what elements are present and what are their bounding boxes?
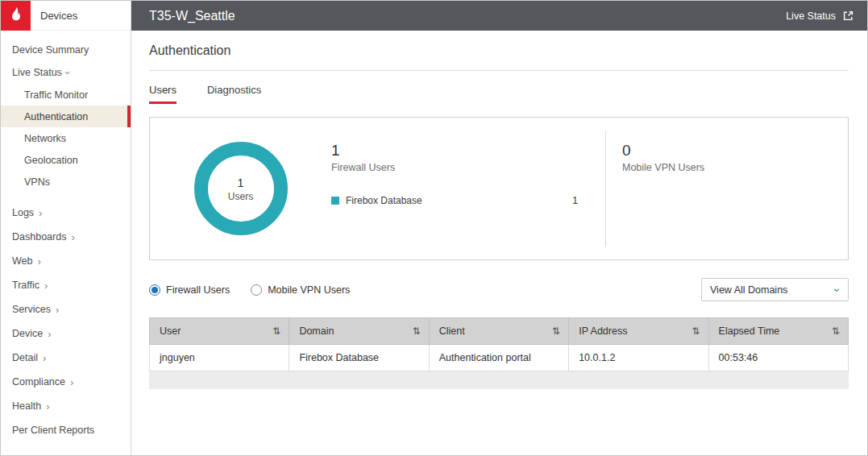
sidebar-item-label: Authentication [24,111,88,122]
sidebar-item-label: Web [12,255,32,267]
sidebar-item-label: Networks [24,133,66,144]
legend-label: Firebox Database [346,195,422,206]
tab-users[interactable]: Users [149,84,177,104]
live-status-label: Live Status [786,10,836,22]
sidebar-item-label: Traffic Monitor [24,89,88,101]
sidebar-item-dashboards[interactable]: Dashboards › [1,225,131,249]
sidebar-item-label: Device [12,328,43,339]
cell-user: jnguyen [150,345,289,371]
cell-domain: Firebox Database [289,345,429,371]
radio-label: Firewall Users [166,284,230,296]
top-header-bar: T35-W_Seattle Live Status [131,1,867,31]
main-area: T35-W_Seattle Live Status Authentication… [131,1,867,455]
radio-circle-icon [251,284,262,296]
sidebar-item-traffic-monitor[interactable]: Traffic Monitor [1,84,131,106]
firewall-users-label: Firewall Users [331,162,578,173]
device-title: T35-W_Seattle [149,9,235,23]
live-status-link[interactable]: Live Status [786,10,854,22]
brand-label: Devices [40,10,77,22]
chevron-down-icon: › [63,71,73,74]
sidebar-item-per-client-reports[interactable]: Per Client Reports [1,418,131,442]
sidebar-item-label: Services [12,304,51,315]
sidebar-item-health[interactable]: Health › [1,394,131,418]
column-header-domain[interactable]: Domain ⇅ [289,318,429,345]
users-donut-chart: 1 Users [194,142,288,235]
sidebar-item-device-summary[interactable]: Device Summary [1,39,131,61]
column-label: User [160,325,181,337]
user-type-radio-group: Firewall Users Mobile VPN Users [149,284,350,296]
sidebar-item-traffic[interactable]: Traffic › [1,273,131,297]
sidebar-item-label: Device Summary [12,44,89,56]
sidebar-item-label: Detail [12,352,38,363]
sidebar-item-label: VPNs [24,176,50,188]
sidebar-item-web[interactable]: Web › [1,249,131,273]
cell-client: Authentication portal [429,345,568,371]
sort-icon: ⇅ [692,325,700,337]
chevron-right-icon: › [48,329,51,339]
sidebar-item-label: Health [12,400,41,412]
content-area: Authentication Users Diagnostics 1 Users [131,31,867,455]
dropdown-value: View All Domains [710,284,787,296]
sidebar-item-label: Logs [12,207,34,218]
sort-icon: ⇅ [832,325,840,337]
column-header-elapsed-time[interactable]: Elapsed Time ⇅ [708,318,848,345]
table-row: jnguyen Firebox Database Authentication … [150,345,849,371]
column-header-ip-address[interactable]: IP Address ⇅ [569,318,708,345]
column-header-user[interactable]: User ⇅ [150,318,289,345]
donut-value: 1 [237,176,243,189]
sidebar-item-detail[interactable]: Detail › [1,346,131,370]
sort-icon: ⇅ [272,325,280,337]
sidebar-item-compliance[interactable]: Compliance › [1,370,131,394]
column-header-client[interactable]: Client ⇅ [429,318,568,345]
mobile-vpn-users-count: 0 [622,142,848,160]
table-header-row: User ⇅ Domain ⇅ [150,318,849,345]
mobile-vpn-users-label: Mobile VPN Users [622,162,848,173]
sidebar-nav: Device Summary Live Status › Traffic Mon… [1,31,131,455]
mobile-vpn-users-stat: 0 Mobile VPN Users [606,142,848,173]
chevron-right-icon: › [71,232,74,243]
column-label: Domain [299,325,334,337]
sidebar-item-vpns[interactable]: VPNs [1,171,131,193]
page-title: Authentication [149,44,849,71]
sort-icon: ⇅ [552,325,560,337]
column-label: IP Address [579,325,627,337]
users-table: User ⇅ Domain ⇅ [149,317,849,389]
radio-circle-icon [149,284,160,296]
external-link-icon [842,10,854,22]
sidebar-item-label: Compliance [12,376,65,388]
chevron-right-icon: › [70,377,73,388]
sidebar: Devices Device Summary Live Status › Tra… [1,1,131,455]
chevron-right-icon: › [43,353,46,363]
sidebar-item-geolocation[interactable]: Geolocation [1,149,131,171]
cell-elapsed-time: 00:53:46 [708,345,848,371]
chevron-right-icon: › [56,305,59,315]
sidebar-item-services[interactable]: Services › [1,297,131,321]
sidebar-item-device[interactable]: Device › [1,321,131,346]
chevron-right-icon: › [44,280,48,291]
sidebar-item-label: Traffic [12,280,39,291]
sidebar-brand: Devices [1,1,131,31]
sidebar-item-live-status[interactable]: Live Status › [1,61,131,84]
watchguard-logo[interactable] [1,1,31,31]
sidebar-item-label: Per Client Reports [12,425,94,436]
cell-ip-address: 10.0.1.2 [569,345,708,371]
radio-label: Mobile VPN Users [268,284,350,296]
tab-diagnostics[interactable]: Diagnostics [207,84,261,104]
sidebar-item-networks[interactable]: Networks [1,127,131,149]
sidebar-item-logs[interactable]: Logs › [1,201,131,225]
domains-dropdown[interactable]: View All Domains › [701,278,849,301]
donut-label: Users [228,191,253,202]
radio-firewall-users[interactable]: Firewall Users [149,284,230,296]
radio-mobile-vpn-users[interactable]: Mobile VPN Users [251,284,350,296]
firewall-users-count: 1 [331,142,578,160]
sidebar-item-label: Geolocation [24,155,78,166]
filter-controls: Firewall Users Mobile VPN Users View All… [149,278,849,301]
firewall-users-stat: 1 Firewall Users Firebox Database 1 [331,142,605,206]
tab-label: Diagnostics [207,84,261,96]
tab-bar: Users Diagnostics [149,84,849,104]
app-window: Devices Device Summary Live Status › Tra… [0,0,868,456]
chevron-down-icon: › [833,288,844,292]
sidebar-item-label: Dashboards [12,231,66,243]
sidebar-item-authentication[interactable]: Authentication [1,106,131,127]
legend-swatch-icon [331,197,339,205]
